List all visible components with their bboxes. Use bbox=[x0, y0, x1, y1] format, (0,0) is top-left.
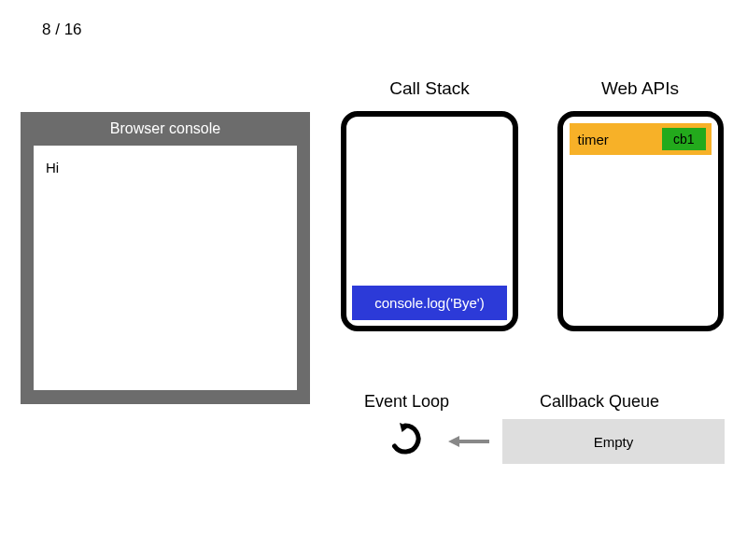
event-loop-label: Event Loop bbox=[364, 392, 449, 412]
page-counter: 8 / 16 bbox=[42, 21, 82, 39]
web-api-callback-badge: cb1 bbox=[662, 128, 706, 150]
browser-panel: Browser console Hi bbox=[21, 112, 310, 404]
call-stack-label: Call Stack bbox=[336, 78, 523, 99]
web-apis-label: Web APIs bbox=[554, 78, 726, 99]
arrow-left-icon bbox=[446, 432, 491, 455]
page-current: 8 bbox=[42, 21, 50, 38]
console-line: Hi bbox=[46, 160, 285, 175]
svg-marker-2 bbox=[448, 436, 459, 447]
callback-queue-box: Empty bbox=[502, 419, 725, 464]
web-api-timer-label: timer bbox=[575, 132, 609, 147]
page-total: 16 bbox=[64, 21, 82, 38]
callback-queue-content: Empty bbox=[594, 434, 634, 450]
event-loop-icon bbox=[388, 421, 423, 460]
web-apis-group: Web APIs timer cb1 bbox=[554, 78, 726, 331]
browser-title: Browser console bbox=[21, 112, 310, 146]
call-stack-box: console.log('Bye') bbox=[341, 111, 518, 331]
call-stack-group: Call Stack console.log('Bye') bbox=[336, 78, 523, 331]
web-api-item: timer cb1 bbox=[570, 123, 712, 155]
callback-queue-label: Callback Queue bbox=[540, 392, 659, 412]
browser-console: Hi bbox=[34, 146, 297, 390]
stack-frame: console.log('Bye') bbox=[352, 286, 507, 320]
web-apis-box: timer cb1 bbox=[557, 111, 724, 331]
